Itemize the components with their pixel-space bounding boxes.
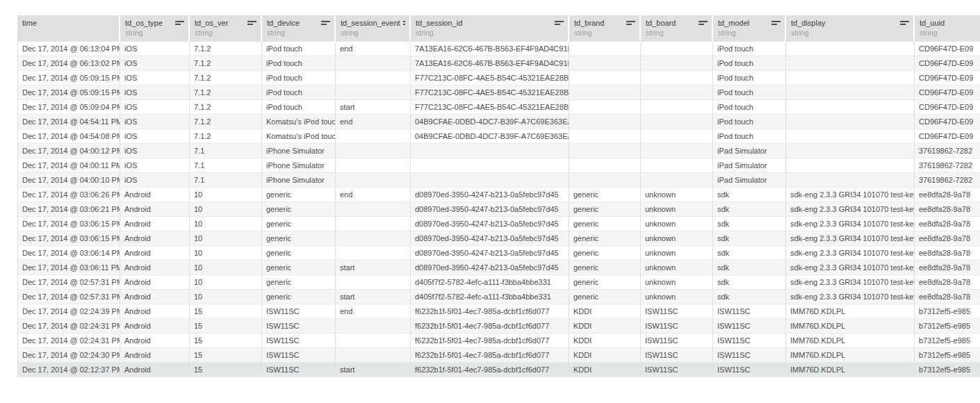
column-header-td_device[interactable]: td_devicestring (262, 15, 336, 42)
table-row[interactable]: Dec 17, 2014 @ 02:24:31 PMAndroid15ISW11… (17, 334, 980, 348)
sort-lines-icon[interactable] (555, 20, 564, 26)
cell-td_session_id: d08970ed-3950-4247-b213-0a5febc97d45 (411, 202, 569, 217)
table-row[interactable]: Dec 17, 2014 @ 03:06:15 PMAndroid10gener… (17, 217, 980, 231)
cell-td_brand: generic (569, 231, 641, 246)
table-row[interactable]: Dec 17, 2014 @ 02:12:37 PMAndroid15ISW11… (17, 363, 980, 377)
cell-td_model: ISW11SC (713, 348, 786, 363)
cell-td_board: ISW11SC (641, 348, 713, 363)
table-row[interactable]: Dec 17, 2014 @ 04:00:12 PMiOS7.1iPhone S… (17, 144, 980, 158)
table-row[interactable]: Dec 17, 2014 @ 06:13:04 PMiOS7.1.2iPod t… (17, 42, 980, 56)
cell-td_device: iPod touch (262, 56, 336, 71)
table-row[interactable]: Dec 17, 2014 @ 02:24:31 PMAndroid15ISW11… (17, 319, 980, 334)
table-row[interactable]: Dec 17, 2014 @ 03:06:21 PMAndroid10gener… (17, 202, 980, 217)
cell-td_brand: generic (569, 188, 641, 202)
column-type-label: string (416, 28, 564, 38)
cell-td_session_event: end (336, 304, 411, 319)
cell-td_session_event (336, 202, 411, 217)
column-type-label: string (791, 28, 909, 38)
table-row[interactable]: Dec 17, 2014 @ 04:54:11 PMiOS7.1.2Komats… (17, 115, 980, 129)
cell-td_brand (569, 144, 641, 158)
cell-td_display (786, 173, 915, 188)
data-table-container: timetd_os_typestringtd_os_verstringtd_de… (17, 15, 980, 377)
column-header-td_session_id[interactable]: td_session_idstring (411, 15, 569, 42)
cell-time: Dec 17, 2014 @ 05:09:04 PM (17, 100, 120, 115)
cell-td_os_ver: 15 (190, 304, 262, 319)
cell-td_session_event (336, 275, 411, 290)
table-row[interactable]: Dec 17, 2014 @ 03:06:26 PMAndroid10gener… (17, 188, 980, 202)
cell-td_board (641, 144, 713, 158)
table-row[interactable]: Dec 17, 2014 @ 02:57:31 PMAndroid10gener… (17, 275, 980, 290)
cell-td_os_ver: 15 (190, 319, 262, 334)
sort-lines-icon[interactable] (771, 20, 781, 26)
table-row[interactable]: Dec 17, 2014 @ 04:54:08 PMiOS7.1.2Komats… (17, 129, 980, 144)
cell-td_brand (569, 56, 641, 71)
table-row[interactable]: Dec 17, 2014 @ 06:13:02 PMiOS7.1.2iPod t… (17, 56, 980, 71)
column-header-td_board[interactable]: td_boardstring (641, 15, 713, 42)
cell-td_board: unknown (641, 231, 713, 246)
cell-td_board: ISW11SC (641, 334, 713, 348)
sort-lines-icon[interactable] (175, 20, 184, 26)
cell-td_os_type: iOS (120, 129, 190, 144)
column-header-td_display[interactable]: td_displaystring (786, 15, 915, 42)
cell-td_session_event (336, 129, 411, 144)
cell-td_model: ISW11SC (713, 334, 786, 348)
cell-td_os_type: Android (120, 231, 190, 246)
cell-td_uuid: 37619862-7282 (915, 144, 980, 158)
column-header-td_session_event[interactable]: td_session_eventstring (336, 15, 411, 42)
cell-td_os_type: Android (120, 202, 190, 217)
table-row[interactable]: Dec 17, 2014 @ 05:09:04 PMiOS7.1.2iPod t… (17, 100, 980, 115)
column-header-td_os_type[interactable]: td_os_typestring (120, 15, 190, 42)
cell-td_board: ISW11SC (641, 304, 713, 319)
column-header-td_brand[interactable]: td_brandstring (569, 15, 641, 42)
table-row[interactable]: Dec 17, 2014 @ 03:06:11 PMAndroid10gener… (17, 261, 980, 275)
cell-td_os_type: iOS (120, 85, 190, 100)
cell-time: Dec 17, 2014 @ 02:24:39 PM (17, 304, 120, 319)
cell-td_session_event (336, 173, 411, 188)
cell-td_board: unknown (641, 217, 713, 231)
table-row[interactable]: Dec 17, 2014 @ 04:00:10 PMiOS7.1iPhone S… (17, 173, 980, 188)
cell-td_os_ver: 10 (190, 188, 262, 202)
cell-td_session_id: d405f7f2-5782-4efc-a111-f3bba4bbe331 (411, 275, 569, 290)
column-label: td_board (646, 19, 676, 28)
column-header-td_os_ver[interactable]: td_os_verstring (190, 15, 262, 42)
cell-td_uuid: ee8dfa28-9a78 (915, 217, 980, 231)
cell-td_os_ver: 7.1.2 (190, 56, 262, 71)
sort-lines-icon[interactable] (699, 20, 708, 26)
sort-lines-icon[interactable] (403, 20, 405, 26)
table-row[interactable]: Dec 17, 2014 @ 05:09:15 PMiOS7.1.2iPod t… (17, 71, 980, 85)
cell-td_model: iPad Simulator (713, 173, 786, 188)
cell-td_uuid: ee8dfa28-9a78 (915, 275, 980, 290)
column-label: td_brand (574, 19, 604, 28)
table-row[interactable]: Dec 17, 2014 @ 02:24:39 PMAndroid15ISW11… (17, 304, 980, 319)
table-row[interactable]: Dec 17, 2014 @ 03:06:14 PMAndroid10gener… (17, 246, 980, 261)
column-label: td_session_event (341, 19, 400, 28)
cell-td_uuid: CD96F47D-E09 (915, 42, 980, 56)
sort-lines-icon[interactable] (626, 20, 635, 26)
cell-td_session_event (336, 217, 411, 231)
cell-td_device: iPhone Simulator (262, 173, 336, 188)
cell-td_session_event (336, 246, 411, 261)
cell-td_model: iPod touch (713, 42, 786, 56)
cell-td_uuid: CD96F47D-E09 (915, 85, 980, 100)
cell-td_os_type: Android (120, 290, 190, 304)
cell-time: Dec 17, 2014 @ 04:00:10 PM (17, 173, 120, 188)
cell-td_os_type: iOS (120, 42, 190, 56)
cell-td_model: ISW11SC (713, 319, 786, 334)
table-row[interactable]: Dec 17, 2014 @ 04:00:11 PMiOS7.1iPhone S… (17, 158, 980, 173)
cell-td_brand (569, 158, 641, 173)
cell-td_display: IMM76D.KDLPL (786, 304, 915, 319)
table-row[interactable]: Dec 17, 2014 @ 03:06:15 PMAndroid10gener… (17, 231, 980, 246)
table-row[interactable]: Dec 17, 2014 @ 02:24:30 PMAndroid15ISW11… (17, 348, 980, 363)
column-header-td_model[interactable]: td_modelstring (713, 15, 786, 42)
sort-lines-icon[interactable] (900, 20, 909, 26)
cell-time: Dec 17, 2014 @ 02:12:37 PM (17, 363, 120, 377)
cell-td_device: ISW11SC (262, 304, 336, 319)
column-header-time[interactable]: time (17, 15, 120, 42)
cell-td_brand (569, 129, 641, 144)
sort-lines-icon[interactable] (247, 20, 256, 26)
sort-lines-icon[interactable] (321, 20, 330, 26)
table-row[interactable]: Dec 17, 2014 @ 02:57:31 PMAndroid10gener… (17, 290, 980, 304)
table-row[interactable]: Dec 17, 2014 @ 05:09:15 PMiOS7.1.2iPod t… (17, 85, 980, 100)
cell-td_brand: generic (569, 246, 641, 261)
column-header-td_uuid[interactable]: td_uuidstring (915, 15, 980, 42)
